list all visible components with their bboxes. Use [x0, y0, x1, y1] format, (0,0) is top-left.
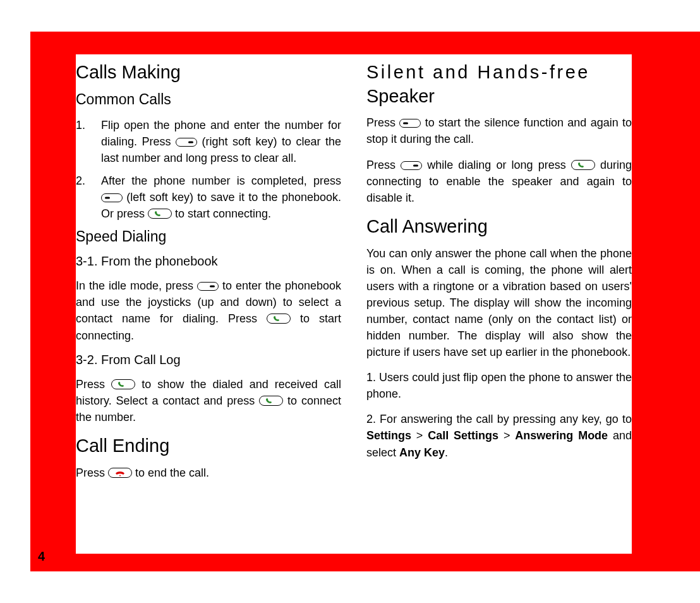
paragraph-call-ending: Press to end the call. — [76, 465, 341, 481]
page-number: 4 — [38, 549, 45, 564]
paragraph-answer-1: 1. Users could just flip open the phone … — [366, 369, 632, 402]
right-soft-key-icon — [401, 161, 422, 170]
list-body: After the phone number is completed, pre… — [101, 173, 341, 222]
text: Silent and Hands-free — [366, 62, 590, 82]
bold-settings: Settings — [366, 429, 411, 442]
right-column: Silent and Hands-free Speaker Press to s… — [366, 61, 632, 554]
bold-any-key: Any Key — [399, 446, 445, 459]
list-item: 2. After the phone number is completed, … — [76, 173, 341, 222]
call-key-icon — [148, 209, 172, 219]
text: to end the call. — [135, 466, 209, 479]
heading-from-phonebook: 3-1. From the phonebook — [76, 254, 341, 269]
right-soft-key-icon — [176, 138, 197, 147]
text: to start connecting. — [175, 207, 271, 220]
text: Press — [366, 159, 401, 171]
text: Press — [366, 116, 399, 129]
list-body: Flip open the phone and enter the number… — [101, 117, 341, 166]
text: After the phone number is completed, pre… — [101, 174, 341, 187]
text: while dialing or long press — [427, 159, 571, 171]
heading-call-ending: Call Ending — [76, 434, 341, 458]
paragraph-from-call-log: Press to show the dialed and received ca… — [76, 376, 341, 425]
end-key-icon — [108, 468, 132, 478]
call-key-icon — [571, 160, 595, 170]
list-number: 2. — [76, 173, 101, 222]
left-column: Calls Making Common Calls 1. Flip open t… — [76, 61, 341, 554]
heading-calls-making: Calls Making — [76, 61, 341, 85]
right-soft-key-icon — [197, 282, 219, 291]
paragraph-answer-2: 2. For answering the call by pressing an… — [366, 411, 632, 460]
text: In the idle mode, press — [76, 279, 197, 292]
heading-call-answering: Call Answering — [366, 215, 632, 239]
list-item: 1. Flip open the phone and enter the num… — [76, 117, 341, 166]
heading-speed-dialing: Speed Dialing — [76, 228, 341, 245]
paragraph-silent-2: Press while dialing or long press during… — [366, 157, 632, 206]
bold-answering-mode: Answering Mode — [515, 429, 608, 442]
heading-common-calls: Common Calls — [76, 91, 341, 108]
call-key-icon — [111, 379, 135, 389]
left-soft-key-icon — [399, 119, 421, 128]
text: Press — [76, 466, 108, 479]
left-soft-key-icon — [101, 193, 123, 202]
paragraph-answer-intro: You can only answer the phone call when … — [366, 245, 632, 361]
bold-call-settings: Call Settings — [428, 429, 498, 442]
text: Speaker — [366, 86, 435, 106]
call-key-icon — [259, 396, 283, 406]
text: . — [445, 446, 448, 459]
text: > — [498, 429, 515, 442]
text: Press — [76, 378, 111, 391]
heading-from-call-log: 3-2. From Call Log — [76, 353, 341, 367]
call-key-icon — [267, 314, 291, 324]
text: 2. For answering the call by pressing an… — [366, 413, 632, 425]
list-number: 1. — [76, 117, 101, 166]
paragraph-silent-1: Press to start the silence function and … — [366, 114, 632, 147]
paragraph-from-phonebook: In the idle mode, press to enter the pho… — [76, 277, 341, 343]
page-content: Calls Making Common Calls 1. Flip open t… — [76, 54, 632, 554]
text: > — [411, 429, 428, 442]
heading-silent-handsfree: Silent and Hands-free Speaker — [366, 61, 632, 108]
common-calls-list: 1. Flip open the phone and enter the num… — [76, 117, 341, 222]
